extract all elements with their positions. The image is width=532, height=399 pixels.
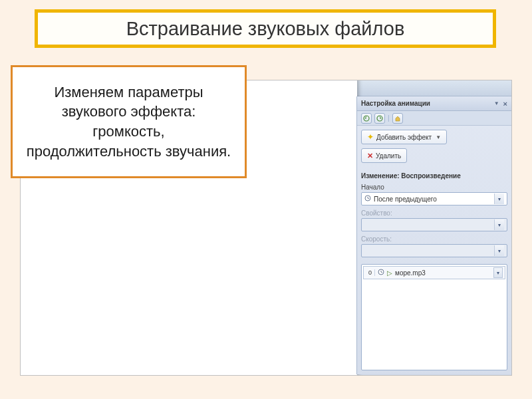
remove-effect-button[interactable]: ✕ Удалить (361, 148, 407, 163)
add-effect-button[interactable]: ✦ Добавить эффект ▼ (361, 130, 447, 144)
callout-text: Изменяем параметры звукового эффекта: гр… (25, 82, 233, 162)
nav-back-icon[interactable] (361, 113, 372, 124)
remove-label: Удалить (376, 152, 401, 160)
play-icon: ▷ (387, 269, 392, 277)
effect-index: 0 (366, 269, 375, 276)
explanation-callout: Изменяем параметры звукового эффекта: гр… (11, 65, 247, 178)
star-icon: ✦ (367, 132, 374, 142)
speed-label: Скорость: (361, 235, 507, 243)
chevron-down-icon: ▼ (436, 134, 441, 140)
start-label: Начало (361, 184, 507, 191)
effects-list[interactable]: 0 ▷ море.mp3 ▾ (361, 264, 507, 370)
title-banner: Встраивание звуковых файлов (35, 9, 496, 48)
nav-forward-icon[interactable] (374, 113, 385, 124)
nav-home-icon[interactable] (392, 113, 403, 124)
chevron-down-icon[interactable]: ▾ (494, 194, 504, 204)
chevron-down-icon: ▾ (494, 245, 504, 256)
pane-menu-icon[interactable]: ▼ (494, 100, 499, 106)
remove-icon: ✕ (367, 152, 373, 160)
chevron-down-icon: ▾ (494, 219, 504, 230)
animation-task-pane: Настройка анимации ▼ × | ✦ Добавить эффе… (356, 96, 511, 374)
page-title: Встраивание звуковых файлов (126, 18, 405, 40)
pane-title: Настройка анимации (361, 100, 430, 107)
speed-combo: ▾ (361, 244, 507, 257)
change-section-label: Изменение: Воспроизведение (361, 172, 507, 180)
property-label: Свойство: (361, 209, 507, 217)
pane-body: ✦ Добавить эффект ▼ ✕ Удалить Изменение:… (357, 126, 511, 374)
pane-header: Настройка анимации ▼ × (357, 96, 511, 111)
effect-name: море.mp3 (395, 269, 491, 277)
chevron-down-icon[interactable]: ▾ (493, 267, 503, 278)
add-effect-label: Добавить эффект (376, 134, 432, 141)
pane-nav: | (357, 111, 511, 126)
start-value: После предыдущего (374, 196, 437, 203)
clock-icon (364, 195, 371, 203)
close-icon[interactable]: × (503, 100, 507, 108)
start-combo[interactable]: После предыдущего ▾ (361, 192, 507, 205)
clock-icon (378, 269, 384, 277)
effect-item[interactable]: 0 ▷ море.mp3 ▾ (363, 266, 505, 279)
property-combo: ▾ (361, 218, 507, 231)
